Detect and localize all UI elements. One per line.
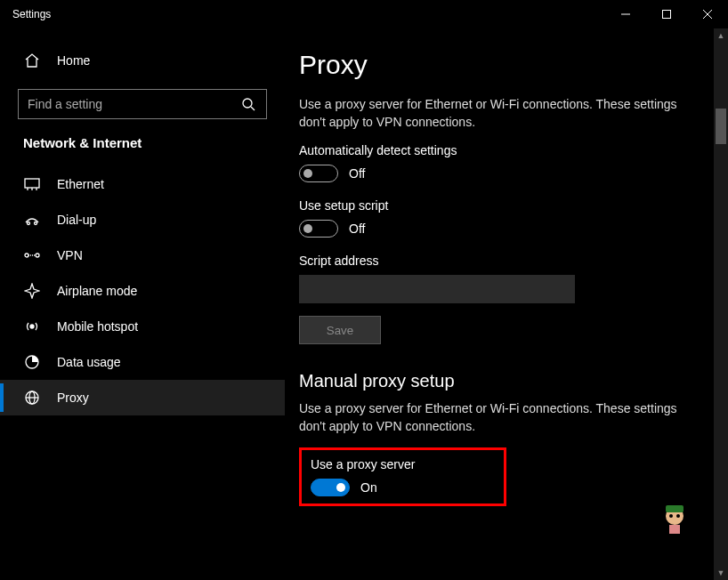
- category-header: Network & Internet: [0, 135, 285, 166]
- sidebar-item-hotspot[interactable]: Mobile hotspot: [0, 309, 285, 344]
- auto-proxy-description: Use a proxy server for Ethernet or Wi-Fi…: [299, 96, 682, 131]
- sidebar-item-label: Ethernet: [57, 177, 104, 191]
- vpn-icon: [23, 246, 41, 264]
- home-link[interactable]: Home: [0, 44, 285, 77]
- minimize-button[interactable]: [605, 0, 646, 28]
- svg-rect-6: [25, 179, 39, 188]
- search-input[interactable]: [28, 97, 239, 111]
- svg-rect-1: [663, 11, 671, 19]
- svg-point-12: [25, 254, 28, 257]
- svg-rect-21: [666, 505, 684, 512]
- proxy-icon: [23, 389, 41, 407]
- use-proxy-label: Use a proxy server: [311, 457, 415, 471]
- svg-line-5: [251, 107, 255, 110]
- manual-proxy-title: Manual proxy setup: [299, 371, 714, 391]
- svg-point-22: [669, 514, 673, 518]
- page-title: Proxy: [285, 28, 728, 89]
- auto-detect-state: Off: [349, 166, 365, 181]
- main-content: Proxy Use a proxy server for Ethernet or…: [285, 28, 728, 580]
- ethernet-icon: [23, 175, 41, 193]
- sidebar-item-dialup[interactable]: Dial-up: [0, 202, 285, 238]
- setup-script-label: Use setup script: [299, 198, 714, 213]
- script-address-setting: Script address Save: [299, 254, 714, 344]
- svg-rect-24: [669, 525, 680, 534]
- dialup-icon: [23, 211, 41, 229]
- window-title: Settings: [12, 8, 51, 20]
- svg-point-23: [676, 514, 680, 518]
- search-icon: [239, 95, 257, 113]
- highlight-box: Use a proxy server On: [299, 447, 506, 506]
- auto-detect-label: Automatically detect settings: [299, 143, 714, 157]
- manual-proxy-description: Use a proxy server for Ethernet or Wi-Fi…: [299, 400, 682, 435]
- hotspot-icon: [23, 318, 41, 335]
- svg-point-13: [36, 254, 39, 257]
- sidebar-item-ethernet[interactable]: Ethernet: [0, 166, 285, 202]
- svg-point-11: [35, 222, 37, 225]
- window-controls: [605, 0, 728, 28]
- sidebar-item-datausage[interactable]: Data usage: [0, 344, 285, 380]
- setup-script-toggle[interactable]: [299, 220, 338, 238]
- datausage-icon: [23, 353, 41, 371]
- sidebar-item-label: Airplane mode: [57, 284, 137, 298]
- home-label: Home: [57, 53, 90, 68]
- scroll-down-icon[interactable]: ▼: [714, 566, 728, 580]
- auto-detect-setting: Automatically detect settings Off: [299, 143, 714, 182]
- use-proxy-state: On: [360, 480, 377, 495]
- mascot-icon: [657, 500, 692, 536]
- titlebar[interactable]: Settings: [0, 0, 728, 28]
- svg-point-4: [243, 99, 252, 108]
- scrollbar[interactable]: ▲ ▼: [714, 28, 728, 580]
- sidebar-item-label: Data usage: [57, 355, 121, 369]
- script-address-input[interactable]: [299, 275, 575, 303]
- sidebar-item-airplane[interactable]: Airplane mode: [0, 273, 285, 309]
- sidebar: Home Network & Internet Ethernet Dial-up…: [0, 28, 285, 580]
- setup-script-state: Off: [349, 222, 365, 236]
- sidebar-item-label: Dial-up: [57, 213, 96, 227]
- script-address-label: Script address: [299, 254, 714, 268]
- sidebar-item-vpn[interactable]: VPN: [0, 238, 285, 273]
- sidebar-item-proxy[interactable]: Proxy: [0, 380, 285, 415]
- auto-detect-toggle[interactable]: [299, 165, 338, 182]
- svg-point-15: [30, 325, 34, 328]
- setup-script-setting: Use setup script Off: [299, 198, 714, 238]
- sidebar-item-label: Mobile hotspot: [57, 319, 138, 334]
- sidebar-item-label: VPN: [57, 248, 83, 262]
- save-button[interactable]: Save: [299, 316, 381, 344]
- sidebar-item-label: Proxy: [57, 391, 89, 405]
- search-box[interactable]: [18, 89, 267, 119]
- maximize-button[interactable]: [646, 0, 687, 28]
- scrollbar-thumb[interactable]: [716, 109, 726, 144]
- home-icon: [23, 52, 41, 69]
- svg-point-10: [28, 222, 30, 225]
- close-button[interactable]: [687, 0, 728, 28]
- airplane-icon: [23, 282, 41, 300]
- scroll-up-icon[interactable]: ▲: [714, 28, 728, 43]
- use-proxy-toggle[interactable]: [311, 479, 350, 496]
